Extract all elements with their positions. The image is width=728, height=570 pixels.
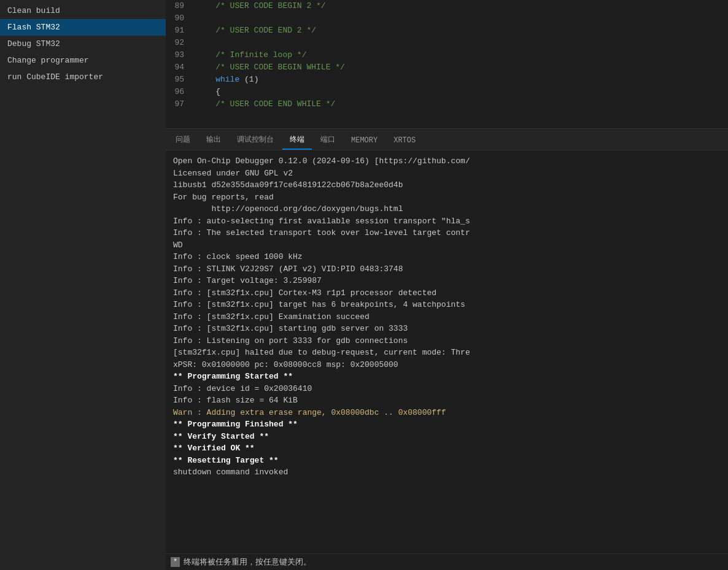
footer-text: 终端将被任务重用，按任意键关闭。 <box>184 557 311 568</box>
terminal-line: For bug reports, read <box>173 191 721 204</box>
terminal-line: WD <box>173 239 721 252</box>
code-line: 89 /* USER CODE BEGIN 2 */ <box>166 0 728 12</box>
code-line: 97 /* USER CODE END WHILE */ <box>166 98 728 110</box>
terminal-line: ** Programming Finished ** <box>173 418 721 431</box>
code-line: 95 while (1) <box>166 74 728 86</box>
line-content: /* Infinite loop */ <box>190 49 728 61</box>
right-panel: 89 /* USER CODE BEGIN 2 */90 91 /* USER … <box>166 0 728 570</box>
terminal-line: Info : flash size = 64 KiB <box>173 395 721 407</box>
terminal-content: Open On-Chip Debugger 0.12.0 (2024-09-16… <box>166 150 728 553</box>
sidebar-item-flash-stm32[interactable]: Flash STM32 <box>0 19 166 36</box>
terminal-line: Licensed under GNU GPL v2 <box>173 168 721 180</box>
line-content <box>190 37 728 49</box>
line-number: 92 <box>166 37 190 49</box>
line-number: 90 <box>166 12 190 25</box>
sidebar-item-run-cubeide[interactable]: run CubeIDE importer <box>0 69 166 85</box>
code-line: 94 /* USER CODE BEGIN WHILE */ <box>166 61 728 74</box>
line-number: 89 <box>166 0 190 12</box>
line-number: 94 <box>166 61 190 74</box>
terminal-footer: * 终端将被任务重用，按任意键关闭。 <box>166 553 728 570</box>
terminal-line: ** Resetting Target ** <box>173 455 721 467</box>
terminal-panel: 问题输出调试控制台终端端口MEMORYXRTOS Open On-Chip De… <box>166 128 728 570</box>
terminal-line: libusb1 d52e355daa09f17ce64819122cb067b8… <box>173 179 721 191</box>
terminal-line: Info : clock speed 1000 kHz <box>173 251 721 263</box>
line-content: while (1) <box>190 74 728 86</box>
tab-debug-console[interactable]: 调试控制台 <box>230 131 281 150</box>
tabs-bar: 问题输出调试控制台终端端口MEMORYXRTOS <box>166 129 728 150</box>
code-line: 91 /* USER CODE END 2 */ <box>166 25 728 37</box>
terminal-line: Info : Target voltage: 3.259987 <box>173 275 721 287</box>
line-content: /* USER CODE END 2 */ <box>190 25 728 37</box>
line-content: { <box>190 86 728 98</box>
tab-terminal[interactable]: 终端 <box>282 131 312 150</box>
terminal-line: ** Verified OK ** <box>173 442 721 455</box>
code-line: 92 <box>166 37 728 49</box>
line-content: /* USER CODE BEGIN 2 */ <box>190 0 728 12</box>
terminal-line: Warn : Adding extra erase range, 0x08000… <box>173 407 721 419</box>
code-line: 96 { <box>166 86 728 98</box>
tab-xrtos[interactable]: XRTOS <box>386 133 423 150</box>
terminal-line: Info : device id = 0x20036410 <box>173 383 721 395</box>
sidebar: Clean buildFlash STM32Debug STM32Change … <box>0 0 166 570</box>
line-number: 97 <box>166 98 190 110</box>
line-number: 91 <box>166 25 190 37</box>
terminal-line: Info : auto-selecting first available se… <box>173 215 721 228</box>
code-lines: 89 /* USER CODE BEGIN 2 */90 91 /* USER … <box>166 0 728 128</box>
terminal-line: xPSR: 0x01000000 pc: 0x08000cc8 msp: 0x2… <box>173 359 721 371</box>
line-content <box>190 12 728 25</box>
terminal-line: Info : [stm32f1x.cpu] target has 6 break… <box>173 299 721 311</box>
terminal-line: Open On-Chip Debugger 0.12.0 (2024-09-16… <box>173 155 721 168</box>
terminal-line: Info : The selected transport took over … <box>173 227 721 239</box>
terminal-line: Info : Listening on port 3333 for gdb co… <box>173 335 721 347</box>
terminal-line: shutdown command invoked <box>173 466 721 479</box>
sidebar-item-clean-build[interactable]: Clean build <box>0 2 166 19</box>
code-line: 90 <box>166 12 728 25</box>
line-number: 95 <box>166 74 190 86</box>
terminal-line: Info : [stm32f1x.cpu] starting gdb serve… <box>173 323 721 335</box>
code-line: 93 /* Infinite loop */ <box>166 49 728 61</box>
terminal-line: Info : [stm32f1x.cpu] Examination succee… <box>173 311 721 323</box>
code-editor: 89 /* USER CODE BEGIN 2 */90 91 /* USER … <box>166 0 728 128</box>
terminal-line: http://openocd.org/doc/doxygen/bugs.html <box>173 203 721 215</box>
line-content: /* USER CODE END WHILE */ <box>190 98 728 110</box>
terminal-line: Info : STLINK V2J29S7 (API v2) VID:PID 0… <box>173 263 721 275</box>
terminal-line: Info : [stm32f1x.cpu] Cortex-M3 r1p1 pro… <box>173 287 721 299</box>
sidebar-item-change-programmer[interactable]: Change programmer <box>0 52 166 69</box>
line-number: 96 <box>166 86 190 98</box>
tab-memory[interactable]: MEMORY <box>344 133 385 150</box>
tab-problems[interactable]: 问题 <box>168 131 198 150</box>
sidebar-item-debug-stm32[interactable]: Debug STM32 <box>0 36 166 52</box>
terminal-line: ** Programming Started ** <box>173 371 721 383</box>
terminal-line: ** Verify Started ** <box>173 431 721 443</box>
terminal-line: [stm32f1x.cpu] halted due to debug-reque… <box>173 347 721 359</box>
star-badge: * <box>171 557 180 567</box>
line-number: 93 <box>166 49 190 61</box>
tab-ports[interactable]: 端口 <box>313 131 343 150</box>
tab-output[interactable]: 输出 <box>199 131 228 150</box>
line-content: /* USER CODE BEGIN WHILE */ <box>190 61 728 74</box>
